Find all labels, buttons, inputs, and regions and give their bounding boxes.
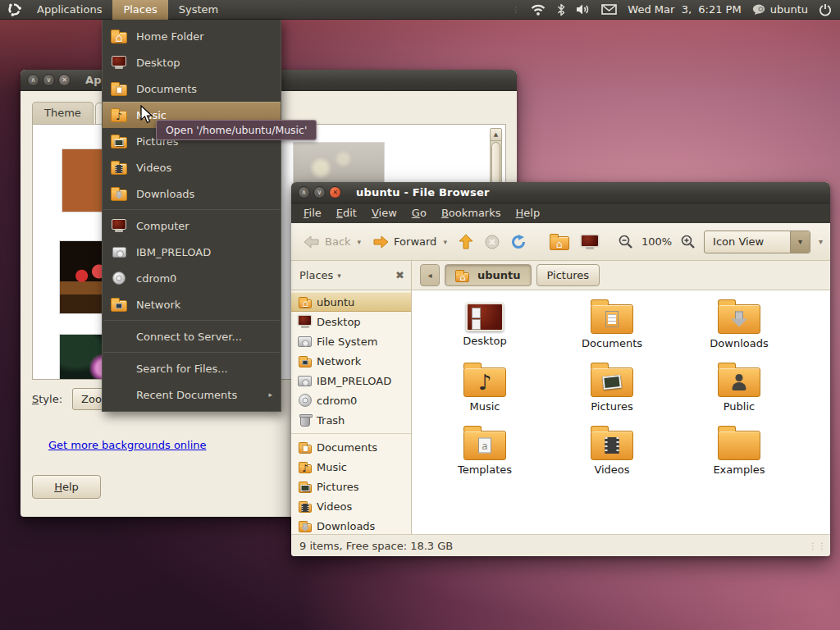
bluetooth-icon[interactable] (557, 3, 565, 16)
user-status-icon (752, 4, 766, 15)
scroll-up-icon[interactable]: ▲ (491, 129, 501, 141)
folder-item-music[interactable]: Music (434, 362, 536, 413)
clock[interactable]: Wed Mar 3, 6:21 PM (628, 3, 741, 16)
close-sidebar-icon[interactable]: ✖ (395, 269, 404, 281)
sidebar-item-ibm-preload[interactable]: IBM_PRELOAD (291, 371, 411, 390)
zoom-out-button[interactable] (616, 227, 635, 257)
close-window-icon[interactable]: ✕ (58, 74, 71, 86)
shade-window-icon[interactable]: ∧ (298, 186, 310, 199)
sidebar-item-file-system[interactable]: File System (291, 331, 411, 351)
user-menu[interactable]: ubuntu (752, 3, 808, 16)
close-window-icon[interactable]: ✕ (329, 186, 341, 199)
path-scroll-left-button[interactable]: ◂ (420, 264, 440, 286)
folder-item-public[interactable]: Public (688, 362, 790, 413)
scrollbar-thumb[interactable] (491, 142, 500, 185)
chevron-down-icon[interactable]: ▾ (337, 272, 341, 280)
menu-help[interactable]: Help (509, 203, 548, 223)
path-bar: ◂ ubuntu Pictures (412, 261, 600, 290)
volume-icon[interactable] (576, 3, 591, 16)
sidebar-header[interactable]: Places ▾ ✖ (291, 261, 412, 290)
sidebar-item-pictures[interactable]: Pictures (291, 477, 411, 496)
folder-item-videos[interactable]: Videos (561, 425, 663, 476)
trash-icon (300, 416, 310, 427)
help-button[interactable]: Help (32, 475, 101, 499)
folder-item-pictures[interactable]: Pictures (561, 362, 663, 413)
power-icon[interactable] (819, 3, 832, 16)
sidebar-item-downloads[interactable]: Downloads (291, 516, 411, 536)
menu-item-recent-documents[interactable]: Recent Documents▸ (103, 381, 281, 408)
toolbar-overflow-icon[interactable]: ▾ (819, 237, 823, 246)
submenu-arrow-icon: ▸ (268, 390, 272, 399)
top-panel: Applications Places System ⋮ Wed Mar 3, … (0, 0, 840, 20)
sidebar-header-label: Places (299, 269, 333, 281)
folder-item-templates[interactable]: Templates (434, 425, 536, 476)
file-browser-menubar: File Edit View Go Bookmarks Help (291, 203, 830, 223)
folder-item-documents[interactable]: Documents (561, 299, 663, 349)
user-name: ubuntu (770, 3, 808, 16)
ubuntu-logo-icon[interactable] (7, 2, 21, 16)
sidebar-item-trash[interactable]: Trash (291, 410, 411, 430)
menu-edit[interactable]: Edit (329, 203, 364, 223)
folder-item-downloads[interactable]: Downloads (688, 299, 790, 349)
mail-icon[interactable] (601, 4, 617, 15)
wifi-icon[interactable] (530, 3, 546, 16)
shade-window-icon[interactable]: ∧ (27, 74, 39, 86)
menu-item-computer[interactable]: Computer (103, 212, 281, 239)
computer-icon (112, 219, 126, 230)
resize-grip-icon[interactable]: ⋮⋮ (809, 541, 827, 550)
folder-item-desktop[interactable]: Desktop (434, 299, 536, 347)
get-more-backgrounds-link[interactable]: Get more backgrounds online (48, 439, 207, 451)
menu-separator (103, 209, 280, 210)
panel-menu-applications[interactable]: Applications (26, 0, 112, 20)
menu-item-home-folder[interactable]: Home Folder (103, 23, 281, 49)
menu-go[interactable]: Go (404, 203, 434, 223)
music-folder-icon (463, 368, 506, 397)
zoom-in-button[interactable] (678, 227, 697, 257)
panel-menu-places[interactable]: Places (112, 0, 167, 20)
unshade-window-icon[interactable]: ∨ (43, 74, 55, 86)
back-button[interactable]: Back ▾ (298, 227, 367, 257)
mouse-cursor-icon (140, 105, 155, 125)
sidebar-item-ubuntu[interactable]: ubuntu (291, 292, 411, 312)
desktop: ∧ ∨ ✕ Appearance Preferences ThemeBackgr… (0, 0, 840, 630)
videos-folder-icon (591, 431, 633, 460)
cdrom-icon (299, 394, 312, 407)
menu-view[interactable]: View (364, 203, 404, 223)
menu-item-cdrom0[interactable]: cdrom0 (103, 265, 281, 291)
view-mode-combobox[interactable]: Icon View ▾ (704, 231, 810, 253)
sidebar-item-music[interactable]: Music (291, 457, 411, 477)
menu-item-desktop[interactable]: Desktop (103, 49, 281, 75)
sidebar-item-cdrom0[interactable]: cdrom0 (291, 390, 411, 410)
home-button[interactable] (544, 227, 575, 257)
path-button-pictures[interactable]: Pictures (536, 264, 600, 286)
menu-item-downloads[interactable]: Downloads (103, 180, 281, 207)
menu-item-documents[interactable]: Documents (103, 75, 281, 102)
menu-item-network[interactable]: Network (103, 291, 281, 317)
places-sidebar: ubuntu Desktop File System Network IBM_P… (291, 290, 412, 534)
forward-button[interactable]: Forward ▾ (367, 227, 453, 257)
menu-file[interactable]: File (296, 203, 329, 223)
menu-item-videos[interactable]: Videos (103, 154, 281, 180)
up-button[interactable] (453, 227, 479, 257)
menu-item-search-for-files[interactable]: Search for Files... (103, 355, 281, 381)
cdrom-icon (112, 272, 126, 285)
menu-item-ibm-preload[interactable]: IBM_PRELOAD (103, 239, 281, 265)
notification-area-grip-icon: ⋮ (512, 6, 519, 14)
computer-button[interactable] (575, 227, 605, 257)
menu-bookmarks[interactable]: Bookmarks (434, 203, 509, 223)
stop-button[interactable] (479, 227, 505, 257)
sidebar-item-network[interactable]: Network (291, 351, 411, 371)
folder-item-examples[interactable]: Examples (688, 425, 790, 476)
sidebar-item-documents[interactable]: Documents (291, 437, 411, 457)
refresh-button[interactable] (505, 227, 532, 257)
path-button-ubuntu[interactable]: ubuntu (445, 264, 532, 286)
sidebar-item-desktop[interactable]: Desktop (291, 312, 411, 331)
file-icon-view[interactable]: Desktop Documents Downloads Music Pictur… (412, 290, 830, 534)
tab-theme[interactable]: Theme (32, 102, 94, 124)
file-browser-titlebar[interactable]: ∧ ∨ ✕ ubuntu - File Browser (291, 182, 830, 203)
sidebar-item-videos[interactable]: Videos (291, 496, 411, 516)
unshade-window-icon[interactable]: ∨ (313, 186, 326, 199)
home-folder-icon (550, 236, 569, 250)
menu-item-connect-to-server[interactable]: Connect to Server... (103, 323, 281, 349)
panel-menu-system[interactable]: System (168, 0, 229, 20)
